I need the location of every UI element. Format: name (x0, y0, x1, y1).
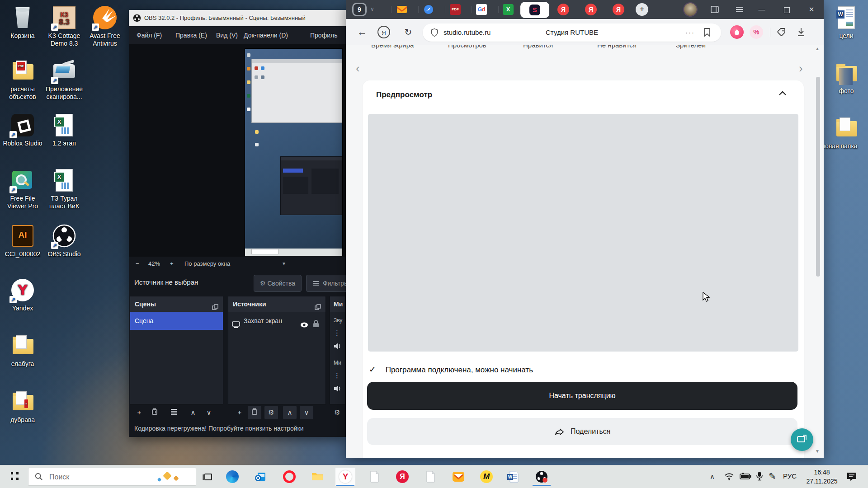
tray-clock[interactable]: 16:48 27.11.2025 (799, 468, 844, 486)
source-properties-button[interactable]: ⚙ (264, 406, 278, 419)
desktop-icon-cci-file[interactable]: Ai CCI_000002 (3, 224, 42, 258)
desktop-icon-avast[interactable]: ↗ Avast Free Antivirus (85, 5, 125, 47)
desktop-icon-obs-studio[interactable]: ↗ OBS Studio (44, 224, 84, 258)
desktop-icon-tz-tural[interactable]: X ТЗ Турал пласт ВиК (44, 168, 84, 210)
desktop-icon-free-file-viewer[interactable]: ↗ Free File Viewer Pro (3, 168, 42, 210)
pinned-tab-pdf[interactable]: PDF (450, 4, 461, 15)
desktop-icon-dubrava[interactable]: ≡ дубрава (3, 389, 42, 424)
add-scene-button[interactable]: + (132, 406, 146, 419)
zoom-out-button[interactable]: − (136, 257, 139, 271)
desktop-icon-raschety[interactable]: PDF расчеты объектов (3, 59, 42, 101)
source-up-button[interactable]: ∧ (283, 406, 297, 419)
pinned-tab-mail[interactable] (396, 4, 407, 15)
visibility-eye-icon[interactable] (300, 317, 309, 335)
taskbar-search[interactable] (28, 468, 196, 486)
taskbar-metrika[interactable]: M (476, 468, 496, 486)
desktop-icon-new-folder[interactable]: новая папка (826, 116, 866, 150)
battery-icon[interactable] (740, 473, 751, 488)
menu-hamburger-icon[interactable] (736, 6, 744, 15)
menu-file[interactable]: Файл (F) (137, 26, 162, 44)
desktop-icon-celi[interactable]: W цели (826, 5, 866, 40)
tray-expand-chevron[interactable]: ∧ (710, 473, 715, 488)
scene-item-selected[interactable]: Сцена (130, 312, 223, 330)
obs-preview-canvas[interactable] (129, 44, 346, 257)
address-bar[interactable]: studio.rutube.ru Студия RUTUBE ··· (423, 23, 721, 42)
dots-menu-icon[interactable]: ⋮ (334, 371, 340, 380)
bookmark-flag-icon[interactable] (703, 28, 711, 39)
start-button[interactable] (0, 465, 27, 488)
source-item-display-capture[interactable]: Захват экран (228, 312, 326, 330)
collapse-chevron-icon[interactable] (778, 89, 788, 99)
tab-yandex-3[interactable]: Я (613, 4, 624, 15)
carousel-left-arrow[interactable]: ‹ (356, 62, 360, 74)
notification-center-icon[interactable] (846, 472, 857, 488)
menu-docks[interactable]: Док-панели (D) (244, 26, 288, 44)
scene-filters-button[interactable] (167, 406, 180, 419)
add-source-button[interactable]: + (233, 406, 246, 419)
yandex-services-button[interactable]: Я (377, 26, 390, 38)
extensions-button[interactable] (776, 27, 787, 39)
tab-yandex-2[interactable]: Я (585, 4, 597, 15)
desktop-icon-k3-cottage[interactable]: К38.3 ↗ K3-Cottage Demo 8.3 (44, 5, 84, 47)
wifi-icon[interactable] (724, 472, 734, 488)
desktop-icon-elabuga[interactable]: елабуга (3, 333, 42, 368)
scrollbar-thumb[interactable] (816, 77, 820, 277)
carousel-right-arrow[interactable]: › (799, 62, 803, 74)
close-button[interactable]: ✕ (802, 0, 821, 19)
taskbar-obs[interactable] (532, 468, 552, 486)
menu-view[interactable]: Вид (V) (216, 26, 238, 44)
zoom-fit-select[interactable]: По размеру окна (184, 257, 230, 271)
obs-titlebar[interactable]: OBS 32.0.2 - Профиль: Безымянный - Сцены… (129, 10, 346, 26)
downloads-button[interactable] (796, 27, 807, 39)
pinned-tab-excel[interactable]: X (503, 4, 514, 15)
speaker-icon[interactable] (334, 385, 342, 394)
maximize-button[interactable] (778, 0, 796, 19)
taskbar-word[interactable]: W (503, 468, 523, 486)
taskbar-explorer[interactable] (307, 468, 327, 486)
task-view-button[interactable] (203, 472, 212, 484)
taskbar-yandex-browser[interactable]: Y (335, 468, 355, 486)
menu-profile[interactable]: Профиль (310, 26, 337, 44)
taskbar-yandex-app[interactable]: Я (392, 468, 412, 486)
lock-icon[interactable] (312, 316, 320, 334)
popout-icon[interactable] (212, 300, 219, 308)
microphone-icon[interactable] (756, 471, 763, 488)
taskbar-document-1[interactable] (364, 468, 384, 486)
zoom-fit-chevron-icon[interactable]: ▼ (282, 257, 286, 271)
speaker-icon[interactable] (334, 343, 342, 352)
zoom-in-button[interactable]: + (170, 257, 174, 271)
scroll-up-arrow[interactable]: ▲ (815, 46, 820, 51)
side-panel-icon[interactable] (710, 5, 719, 16)
taskbar-document-2[interactable] (420, 468, 440, 486)
alice-assistant-button[interactable] (730, 25, 744, 39)
remove-scene-button[interactable] (148, 406, 161, 419)
url-more-icon[interactable]: ··· (685, 23, 695, 42)
scroll-down-arrow[interactable]: ▼ (815, 449, 820, 454)
start-stream-button[interactable]: Начать трансляцию (367, 382, 797, 410)
minimize-button[interactable]: — (753, 0, 771, 19)
support-chat-fab[interactable] (791, 428, 813, 451)
desktop-icon-recycle-bin[interactable]: Корзина (3, 5, 42, 40)
remove-source-button[interactable] (248, 406, 261, 419)
desktop-icon-foto[interactable]: фото (826, 61, 866, 95)
active-tab-rutube-studio[interactable]: S (520, 2, 549, 18)
tab-list-chevron-icon[interactable]: ∨ (370, 6, 374, 12)
taskbar-edge[interactable] (222, 468, 242, 486)
desktop-icon-roblox-studio[interactable]: ↗ Roblox Studio (3, 113, 42, 147)
filters-button[interactable]: Фильтры (306, 275, 346, 292)
taskbar-opera[interactable] (279, 468, 299, 486)
desktop-icon-scanner-app[interactable]: ↗ Приложение сканирова... (44, 59, 84, 101)
tab-counter[interactable]: 9 (352, 3, 367, 16)
deals-percent-button[interactable]: % (750, 25, 763, 39)
pinned-tab-gdocs[interactable]: Gd (476, 4, 487, 15)
properties-button[interactable]: ⚙ Свойства (254, 275, 302, 292)
popout-icon[interactable] (315, 300, 322, 308)
search-input[interactable] (48, 471, 150, 483)
dots-menu-icon[interactable]: ⋮ (334, 329, 340, 337)
share-button[interactable]: Поделиться (367, 418, 797, 445)
menu-edit[interactable]: Правка (Е) (175, 26, 207, 44)
taskbar-outlook[interactable] (250, 468, 270, 486)
profile-avatar[interactable] (684, 3, 697, 16)
taskbar-yandex-mail[interactable] (448, 468, 468, 486)
language-indicator[interactable]: РУС (783, 472, 797, 488)
